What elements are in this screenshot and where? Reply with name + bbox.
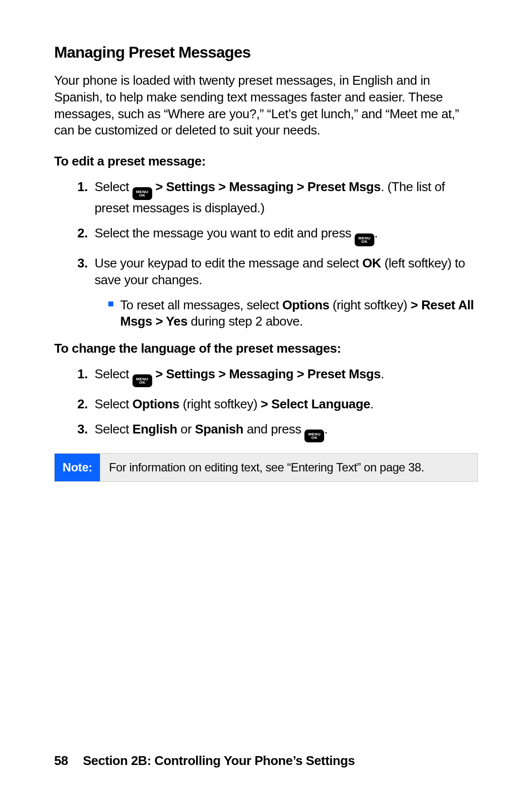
text: Select — [95, 397, 133, 411]
text: Use your keypad to edit the message and … — [95, 256, 362, 270]
text: . — [374, 226, 378, 240]
note-callout: Note: For information on editing text, s… — [54, 453, 478, 482]
lang-subhead: To change the language of the preset mes… — [54, 341, 478, 356]
text: . — [324, 422, 328, 436]
text: (right softkey) — [329, 298, 410, 312]
note-body: For information on editing text, see “En… — [100, 454, 477, 481]
text: . — [370, 397, 373, 411]
text: To reset all messages, select — [120, 298, 282, 312]
option-spanish: Spanish — [195, 422, 243, 436]
edit-sub-bullet: To reset all messages, select Options (r… — [108, 297, 478, 330]
text: or — [177, 422, 195, 436]
edit-step-2: 2. Select the message you want to edit a… — [76, 225, 478, 246]
menu-ok-key-icon: MENU OK — [355, 233, 374, 246]
page-footer: 58 Section 2B: Controlling Your Phone’s … — [54, 753, 355, 768]
step-number: 2. — [76, 396, 88, 412]
key-label-bottom: OK — [362, 240, 368, 244]
text: Select — [95, 179, 133, 194]
step-body: Select MENU OK > Settings > Messaging > … — [95, 179, 478, 216]
step-number: 3. — [76, 255, 88, 288]
text: Select — [95, 366, 133, 381]
step-body: Select MENU OK > Settings > Messaging > … — [95, 366, 478, 387]
step-body: Select Options (right softkey) > Select … — [95, 396, 478, 412]
nav-path: > Settings > Messaging > Preset Msgs — [156, 179, 381, 194]
edit-step-3: 3. Use your keypad to edit the message a… — [76, 255, 478, 288]
bullet-body: To reset all messages, select Options (r… — [120, 297, 478, 330]
edit-subhead: To edit a preset message: — [54, 154, 478, 169]
text: during step 2 above. — [187, 314, 302, 329]
intro-paragraph: Your phone is loaded with twenty preset … — [54, 72, 478, 139]
menu-ok-key-icon: MENU OK — [133, 374, 152, 387]
step-number: 2. — [76, 225, 88, 246]
page-title: Managing Preset Messages — [54, 43, 478, 62]
lang-step-1: 1. Select MENU OK > Settings > Messaging… — [76, 366, 478, 387]
softkey-label: OK — [362, 256, 381, 270]
page-number: 58 — [54, 753, 68, 768]
step-number: 3. — [76, 421, 88, 442]
note-label: Note: — [55, 454, 100, 481]
step-body: Select the message you want to edit and … — [95, 225, 478, 246]
nav-path: > Settings > Messaging > Preset Msgs — [156, 366, 381, 381]
bullet-icon — [108, 301, 113, 306]
menu-ok-key-icon: MENU OK — [304, 430, 324, 442]
nav-path: > Select Language — [261, 397, 370, 411]
key-label-bottom: OK — [139, 194, 145, 198]
lang-step-3: 3. Select English or Spanish and press M… — [76, 421, 478, 442]
key-label-bottom: OK — [311, 436, 318, 440]
step-body: Select English or Spanish and press MENU… — [95, 421, 478, 442]
softkey-label: Options — [133, 397, 179, 411]
option-english: English — [133, 422, 177, 436]
text: Select — [95, 422, 133, 436]
text: and press — [243, 422, 304, 436]
step-number: 1. — [76, 366, 88, 387]
step-body: Use your keypad to edit the message and … — [95, 255, 478, 288]
step-number: 1. — [76, 179, 88, 216]
key-label-bottom: OK — [139, 381, 145, 385]
softkey-label: Options — [282, 298, 329, 312]
menu-ok-key-icon: MENU OK — [133, 187, 152, 200]
manual-page: Managing Preset Messages Your phone is l… — [0, 0, 532, 798]
text: Select the message you want to edit and … — [95, 226, 355, 240]
text: (right softkey) — [179, 397, 261, 411]
edit-step-1: 1. Select MENU OK > Settings > Messaging… — [76, 179, 478, 216]
text: . — [381, 366, 384, 381]
lang-step-2: 2. Select Options (right softkey) > Sele… — [76, 396, 478, 412]
section-title: Section 2B: Controlling Your Phone’s Set… — [83, 753, 355, 768]
